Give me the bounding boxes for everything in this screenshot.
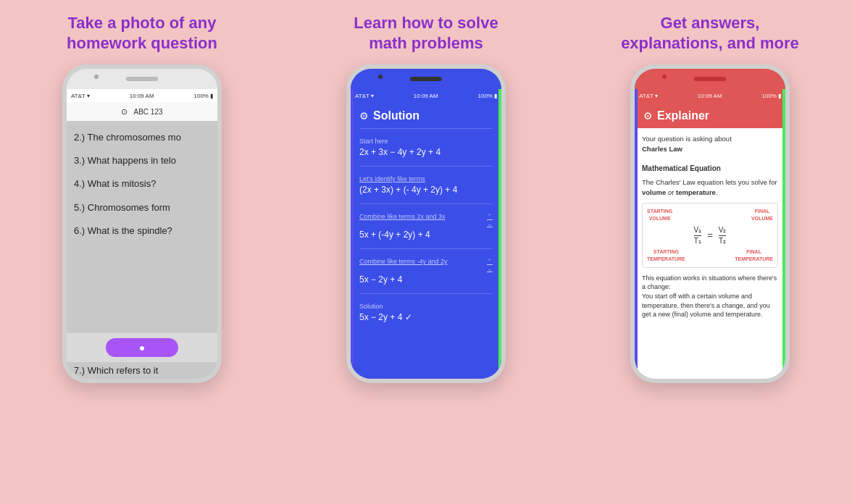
phone2-camera (378, 75, 383, 79)
phone2: AT&T ▾ 10:09 AM 100% ▮ ⚙ Solution (346, 64, 506, 383)
status-right3: 100% ▮ (762, 93, 781, 99)
label-starting-temp: STARTINGTEMPERATURE (647, 248, 685, 263)
panel1-title: Take a photo of anyhomework question (52, 13, 232, 53)
equation-diagram: STARTINGVOLUME FINALVOLUME V₁ T₁ = V (642, 203, 778, 268)
step1-expr: 2x + 3x − 4y + 2y + 4 (359, 147, 493, 157)
phone3-topbar (635, 69, 785, 89)
battery3: 100% (762, 93, 777, 99)
phone2-statusbar: AT&T ▾ 10:09 AM 100% ▮ (351, 89, 501, 102)
phone3-inner: AT&T ▾ 10:09 AM 100% ▮ ⚙ Explainer Yo (635, 69, 785, 379)
solution-icon: ⚙ (359, 110, 369, 122)
step3-expr: 5x + (-4y + 2y) + 4 (359, 230, 493, 240)
v2-label: V₂ (719, 226, 727, 235)
battery1: 100% (194, 93, 209, 99)
phone1-topbar (67, 69, 217, 89)
wifi1: ▾ (87, 93, 90, 99)
panel-explainer: Get answers,explanations, and more AT&T … (568, 0, 852, 504)
time2: 10:09 AM (414, 93, 438, 99)
step4-expand: ⌃⌄ (487, 258, 493, 272)
fraction-line2 (719, 235, 727, 236)
fraction-line1 (694, 235, 702, 236)
camera-icon: ⊙ (121, 107, 128, 117)
label-final-volume: FINALVOLUME (751, 208, 773, 222)
solution-steps: Start here 2x + 3x − 4y + 2y + 4 Let's i… (351, 128, 501, 379)
step4-expr: 5x − 2y + 4 (359, 274, 493, 285)
diagram-top-row: STARTINGVOLUME FINALVOLUME (647, 208, 773, 222)
list-item: 3.) What happens in telo (74, 150, 210, 172)
time3: 10:09 AM (698, 93, 722, 99)
diagram-bottom-row: STARTINGTEMPERATURE FINALTEMPERATURE (647, 248, 773, 263)
status-right2: 100% ▮ (478, 93, 497, 99)
phone3-speaker (694, 77, 726, 81)
intro-text: Your question is asking aboutCharles Law (642, 134, 778, 154)
carrier3: AT&T (639, 93, 653, 99)
section-title: Mathematical Equation (642, 164, 778, 175)
step2-label: Let's identify like terms (359, 175, 493, 182)
bold-temperature: temperature (676, 188, 716, 196)
step2-expr: (2x + 3x) + (- 4y + 2y) + 4 (359, 185, 493, 195)
phone2-inner: AT&T ▾ 10:09 AM 100% ▮ ⚙ Solution (351, 69, 501, 379)
explainer-header: ⚙ Explainer (635, 102, 785, 128)
step2: Let's identify like terms (2x + 3x) + (-… (359, 175, 493, 195)
step1-label: Start here (359, 138, 493, 145)
explainer-icon: ⚙ (643, 110, 653, 122)
step-solution-label: Solution (359, 303, 493, 310)
phone3: AT&T ▾ 10:09 AM 100% ▮ ⚙ Explainer Yo (630, 64, 790, 383)
equation-fractions: V₁ T₁ = V₂ T₂ (647, 226, 773, 245)
battery2: 100% (478, 93, 493, 99)
left-accent (351, 69, 354, 379)
wifi3: ▾ (655, 93, 658, 99)
panel3-title: Get answers,explanations, and more (606, 13, 814, 53)
step4: Combine like terms -4y and 2y ⌃⌄ 5x − 2y… (359, 258, 493, 285)
status-right1: 100% ▮ (194, 93, 213, 99)
equals-sign: = (707, 229, 713, 243)
step-solution: Solution 5x − 2y + 4 ✓ (359, 303, 493, 322)
step4-label: Combine like terms -4y and 2y ⌃⌄ (359, 258, 493, 272)
toolbar-text: ABC 123 (133, 108, 162, 116)
status-left3: AT&T ▾ (639, 93, 658, 99)
explainer-title: Explainer (657, 109, 709, 122)
t2-label: T₂ (719, 237, 726, 245)
carrier1: AT&T (71, 93, 85, 99)
step3: Combine like terms 2x and 3x ⌃⌄ 5x + (-4… (359, 213, 493, 240)
carrier2: AT&T (355, 93, 369, 99)
fraction-v2t2: V₂ T₂ (719, 226, 727, 245)
phone2-screen: AT&T ▾ 10:09 AM 100% ▮ ⚙ Solution (351, 89, 501, 379)
divider (359, 248, 493, 249)
right-accent3 (782, 69, 785, 379)
step3-expand: ⌃⌄ (487, 213, 493, 227)
step4-label-text: Combine like terms -4y and 2y (359, 258, 448, 272)
left-accent3 (635, 69, 638, 379)
step1: Start here 2x + 3x − 4y + 2y + 4 (359, 138, 493, 157)
battery-icon1: ▮ (210, 93, 213, 99)
question-list: 2.) The chromosomes mo 3.) What happens … (67, 121, 217, 248)
phone3-screen: AT&T ▾ 10:09 AM 100% ▮ ⚙ Explainer Yo (635, 89, 785, 379)
capture-button[interactable]: ● (106, 338, 178, 357)
phone3-statusbar: AT&T ▾ 10:09 AM 100% ▮ (635, 89, 785, 102)
panel-solution: Learn how to solvemath problems AT&T ▾ 1… (284, 0, 568, 504)
solution-header: ⚙ Solution (351, 102, 501, 128)
list-item: 6.) What is the spindle? (74, 220, 210, 242)
panel-photo: Take a photo of anyhomework question AT&… (0, 0, 284, 504)
camera-content: 2.) The chromosomes mo 3.) What happens … (67, 121, 217, 333)
phone1: AT&T ▾ 10:09 AM 100% ▮ ⊙ ABC 123 (62, 64, 222, 383)
v1-label: V₁ (694, 226, 702, 235)
list-item: 5.) Chromosomes form (74, 197, 210, 219)
status-left2: AT&T ▾ (355, 93, 374, 99)
divider (359, 128, 493, 129)
right-accent (498, 69, 501, 379)
bold-volume: volume (642, 188, 666, 196)
divider (359, 166, 493, 167)
explainer-content: Your question is asking aboutCharles Law… (635, 128, 785, 379)
phone1-inner: AT&T ▾ 10:09 AM 100% ▮ ⊙ ABC 123 (67, 69, 217, 379)
phone1-camera (94, 75, 99, 79)
phone1-statusbar: AT&T ▾ 10:09 AM 100% ▮ (67, 89, 217, 102)
battery-icon2: ▮ (494, 93, 497, 99)
phone3-camera (662, 75, 667, 79)
label-starting-volume: STARTINGVOLUME (647, 208, 672, 222)
list-item: 4.) What is mitosis? (74, 173, 210, 195)
panel2-title: Learn how to solvemath problems (339, 13, 512, 53)
battery-icon3: ▮ (778, 93, 781, 99)
time1: 10:09 AM (130, 93, 154, 99)
step3-label: Combine like terms 2x and 3x ⌃⌄ (359, 213, 493, 227)
